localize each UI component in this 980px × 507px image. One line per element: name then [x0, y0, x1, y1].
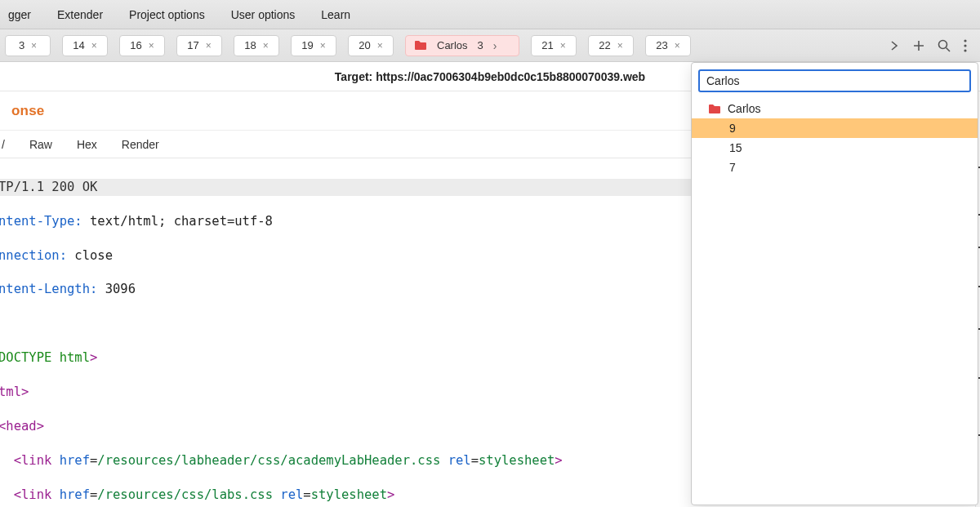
tab-label: 16 [130, 39, 141, 51]
tab-label: 17 [187, 39, 198, 51]
close-icon[interactable]: × [377, 41, 383, 51]
close-icon[interactable]: × [675, 41, 680, 51]
tab-strip: 3 × 14 × 16 × 17 × 18 × 19 × 20 × Carlos… [0, 29, 980, 62]
tab-18[interactable]: 18 × [234, 35, 279, 56]
folder-icon [414, 40, 427, 51]
http-status-line: TP/1.1 200 OK [0, 180, 97, 194]
chevron-right-icon[interactable]: › [493, 39, 497, 52]
close-icon[interactable]: × [91, 41, 97, 51]
tab-search-panel: Carlos Carlos 9 15 7 [691, 62, 978, 505]
header-key: nnection: [0, 248, 67, 263]
tab-label: 20 [359, 39, 370, 51]
menu-item-extender[interactable]: Extender [57, 8, 103, 21]
svg-point-2 [964, 44, 966, 47]
close-icon[interactable]: × [320, 41, 326, 51]
tab-19[interactable]: 19 × [291, 35, 336, 56]
tree-group-label: Carlos [728, 102, 760, 115]
link-rel: stylesheet [311, 487, 387, 502]
subtab-raw[interactable]: Raw [28, 133, 54, 156]
search-icon[interactable] [938, 39, 951, 52]
response-title: onse [11, 103, 44, 119]
tab-20[interactable]: 20 × [348, 35, 394, 56]
header-key: ntent-Type: [0, 214, 82, 229]
tree-item-label: 15 [729, 141, 742, 154]
link-href: /resources/labheader/css/academyLabHeade… [97, 453, 440, 468]
chevron-right-icon[interactable] [889, 40, 900, 51]
tab-label: 18 [244, 39, 256, 51]
html-tag: tml [0, 385, 21, 399]
menu-item-logger[interactable]: gger [8, 8, 31, 21]
close-icon[interactable]: × [149, 41, 154, 51]
tree-item-label: 7 [729, 161, 736, 174]
menu-item-learn[interactable]: Learn [321, 8, 350, 21]
subtab-hex[interactable]: Hex [75, 133, 99, 156]
close-icon[interactable]: × [263, 41, 269, 51]
tree-item[interactable]: 15 [692, 138, 978, 158]
tab-search-input[interactable]: Carlos [698, 69, 971, 92]
tab-label: 23 [656, 39, 667, 51]
svg-point-0 [939, 40, 947, 48]
menu-item-project-options[interactable]: Project options [129, 8, 205, 21]
tab-label: 22 [599, 39, 610, 51]
tab-group-carlos[interactable]: Carlos 3 › [405, 35, 519, 56]
tab-label: 21 [541, 39, 553, 51]
tree-group-row[interactable]: Carlos [692, 99, 978, 118]
tab-21[interactable]: 21 × [531, 35, 577, 56]
tab-tools [889, 39, 975, 52]
doctype: DOCTYPE html [0, 350, 90, 365]
tab-partial[interactable]: 3 × [5, 35, 51, 56]
tab-14[interactable]: 14 × [62, 35, 108, 56]
tab-label: 19 [301, 39, 313, 51]
header-value: 3096 [97, 282, 136, 296]
kebab-icon[interactable] [964, 39, 967, 52]
target-label: Target: https://0ac7006304b9eb0dc0c15b88… [335, 70, 645, 83]
folder-icon [708, 104, 721, 114]
close-icon[interactable]: × [206, 41, 212, 51]
link-rel: stylesheet [479, 453, 555, 468]
search-input-value: Carlos [706, 74, 739, 87]
tab-group-label: Carlos [437, 39, 468, 51]
tab-search-results: Carlos 9 15 7 [692, 99, 978, 177]
close-icon[interactable]: × [31, 41, 37, 51]
link-href: /resources/css/labs.css [97, 487, 273, 502]
tab-group-count: 3 [478, 39, 483, 51]
tab-label: 3 [19, 39, 24, 51]
close-icon[interactable]: × [560, 41, 566, 51]
close-icon[interactable]: × [617, 41, 623, 51]
svg-point-3 [964, 49, 966, 51]
subtab-render[interactable]: Render [120, 133, 161, 156]
menu-item-user-options[interactable]: User options [231, 8, 296, 21]
add-tab-button[interactable] [913, 40, 924, 51]
tab-22[interactable]: 22 × [588, 35, 634, 56]
header-key: ntent-Length: [0, 282, 97, 296]
tree-item[interactable]: 9 [692, 118, 978, 138]
svg-point-1 [964, 39, 966, 42]
header-value: close [67, 248, 113, 263]
tree-item-label: 9 [729, 122, 736, 135]
tab-16[interactable]: 16 × [119, 35, 165, 56]
head-tag: head [6, 419, 36, 434]
tab-23[interactable]: 23 × [645, 35, 691, 56]
tab-label: 14 [73, 39, 84, 51]
menu-bar: gger Extender Project options User optio… [0, 0, 980, 29]
subtab-pretty-partial[interactable]: / [0, 133, 7, 156]
tree-item[interactable]: 7 [692, 158, 978, 177]
header-value: text/html; charset=utf-8 [82, 214, 273, 229]
tab-17[interactable]: 17 × [176, 35, 222, 56]
